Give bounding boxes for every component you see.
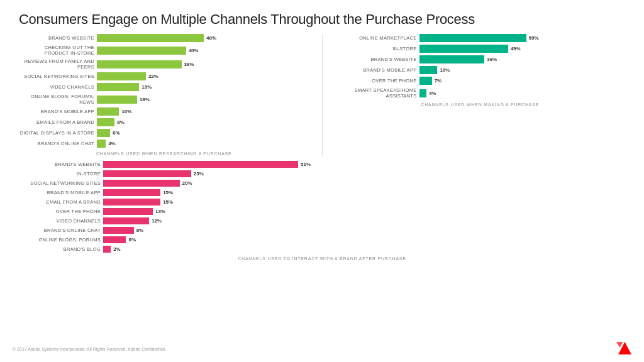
- bar-label: ONLINE BLOGS, FORUMS, NEWS: [19, 94, 94, 105]
- main-title: Consumers Engage on Multiple Channels Th…: [0, 0, 644, 34]
- bar: [419, 45, 508, 53]
- bar: [97, 83, 139, 91]
- bar-row: EMAIL FROM A BRAND15%: [19, 199, 625, 206]
- bar-label: SOCIAL NETWORKING SITES: [19, 74, 94, 79]
- bar-label: OVER THE PHONE: [335, 78, 417, 84]
- bar-label: EMAILS FROM A BRAND: [19, 119, 94, 125]
- bar-value: 49%: [511, 46, 521, 52]
- bar-value: 59%: [529, 35, 539, 41]
- bar-value: 4%: [429, 90, 436, 96]
- bar-label: BRAND'S WEBSITE: [19, 162, 101, 167]
- bar-row: OVER THE PHONE13%: [19, 208, 625, 215]
- bar-row: BRAND'S WEBSITE36%: [335, 55, 626, 63]
- bar-value: 12%: [152, 218, 162, 224]
- bar-label: EMAIL FROM A BRAND: [19, 199, 101, 205]
- bar-value: 15%: [163, 190, 173, 195]
- bar: [103, 180, 180, 187]
- bar-row: VIDEO CHANNELS12%: [19, 217, 625, 224]
- footer-copyright: © 2017 Adobe Systems Incorporated. All R…: [13, 347, 166, 351]
- bar-row: OVER THE PHONE7%: [335, 77, 626, 85]
- bar-label: CHECKING OUT THE PRODUCT IN-STORE: [19, 45, 94, 56]
- bar-row: REVIEWS FROM FAMILY AND PEERS38%: [19, 58, 309, 70]
- bar-value: 40%: [189, 48, 199, 53]
- bar-value: 4%: [108, 141, 116, 146]
- chart-research: BRAND'S WEBSITE48%CHECKING OUT THE PRODU…: [13, 34, 316, 156]
- bar: [419, 66, 438, 74]
- chart-caption: CHANNELS USED WHEN RESEARCHING A PURCHAS…: [19, 151, 309, 156]
- bar: [419, 55, 485, 63]
- bar-value: 22%: [148, 74, 158, 79]
- svg-marker-1: [616, 342, 623, 348]
- bar-label: BRAND'S ONLINE CHAT: [19, 228, 101, 233]
- bar-row: SOCIAL NETWORKING SITES20%: [19, 180, 625, 187]
- bar: [103, 246, 111, 253]
- chart-caption: CHANNELS USED WHEN MAKING A PURCHASE: [335, 102, 626, 107]
- bar: [103, 208, 153, 215]
- bar-value: 20%: [182, 180, 192, 186]
- bar: [97, 60, 182, 69]
- bar: [97, 47, 186, 55]
- bar-row: BRAND'S WEBSITE48%: [19, 34, 309, 42]
- bar-label: IN-STORE: [19, 171, 101, 177]
- bar-label: BRAND'S MOBILE APP: [335, 67, 417, 73]
- adobe-logo: [616, 341, 631, 357]
- bar-label: ONLINE BLOGS, FORUMS: [19, 237, 101, 243]
- bar-row: BRAND'S MOBILE APP10%: [335, 66, 626, 74]
- bar-value: 6%: [113, 130, 120, 136]
- bar: [97, 107, 119, 116]
- bar-value: 51%: [301, 162, 311, 167]
- bar-value: 38%: [184, 62, 194, 67]
- bar-row: BRAND'S MOBILE APP10%: [19, 107, 309, 116]
- bar-row: VIDEO CHANNELS19%: [19, 83, 309, 91]
- bar: [103, 189, 160, 196]
- bar-row: IN-STORE23%: [19, 170, 625, 177]
- bar: [97, 72, 146, 80]
- bar-label: DIGITAL DISPLAYS IN A STORE: [19, 130, 94, 136]
- chart-after-purchase: BRAND'S WEBSITE51%IN-STORE23%SOCIAL NETW…: [13, 161, 631, 261]
- bar: [103, 199, 160, 206]
- bar-row: SOCIAL NETWORKING SITES22%: [19, 72, 309, 80]
- bar-value: 6%: [128, 237, 136, 243]
- bar-row: SMART SPEAKERS/HOME ASSISTANTS4%: [335, 87, 626, 99]
- bar-row: ONLINE MARKETPLACE59%: [335, 34, 626, 42]
- bar-label: OVER THE PHONE: [19, 209, 101, 214]
- bar-value: 19%: [142, 84, 152, 90]
- bar-row: ONLINE BLOGS, FORUMS6%: [19, 236, 625, 243]
- bar-label: ONLINE MARKETPLACE: [335, 35, 417, 41]
- bar-row: BRAND'S ONLINE CHAT8%: [19, 227, 625, 234]
- bar-label: REVIEWS FROM FAMILY AND PEERS: [19, 58, 94, 70]
- bar: [97, 96, 137, 104]
- bar-row: DIGITAL DISPLAYS IN A STORE6%: [19, 129, 309, 137]
- bar-row: BRAND'S BLOG2%: [19, 246, 625, 253]
- bar-value: 10%: [440, 67, 450, 73]
- chart-caption: CHANNELS USED TO INTERACT WITH A BRAND A…: [19, 256, 625, 261]
- bar: [97, 118, 114, 126]
- bar-value: 8%: [117, 119, 125, 125]
- bar-value: 2%: [113, 246, 121, 252]
- bar: [419, 77, 432, 85]
- bar-value: 8%: [136, 228, 144, 233]
- bar-value: 23%: [194, 171, 204, 177]
- bar-value: 10%: [121, 109, 131, 114]
- bar-label: VIDEO CHANNELS: [19, 218, 101, 224]
- bar-row: CHECKING OUT THE PRODUCT IN-STORE40%: [19, 45, 309, 56]
- bar-label: BRAND'S MOBILE APP: [19, 190, 101, 195]
- bar-value: 36%: [487, 57, 497, 62]
- bar-value: 13%: [155, 209, 165, 214]
- bar-row: BRAND'S MOBILE APP15%: [19, 189, 625, 196]
- bar-label: BRAND'S MOBILE APP: [19, 109, 94, 114]
- chart-purchase: ONLINE MARKETPLACE59%IN-STORE49%BRAND'S …: [329, 34, 632, 156]
- bar: [97, 140, 106, 148]
- bar: [419, 89, 427, 97]
- bar: [103, 170, 191, 177]
- bar-value: 18%: [140, 97, 150, 102]
- bar-label: VIDEO CHANNELS: [19, 84, 94, 90]
- bar: [103, 161, 298, 168]
- bar-value: 7%: [435, 78, 442, 84]
- bar: [103, 236, 126, 243]
- bar: [103, 217, 149, 224]
- bar-label: BRAND'S ONLINE CHAT: [19, 141, 94, 146]
- bar-label: SMART SPEAKERS/HOME ASSISTANTS: [335, 87, 417, 99]
- bar: [419, 34, 526, 42]
- bar-row: IN-STORE49%: [335, 45, 626, 53]
